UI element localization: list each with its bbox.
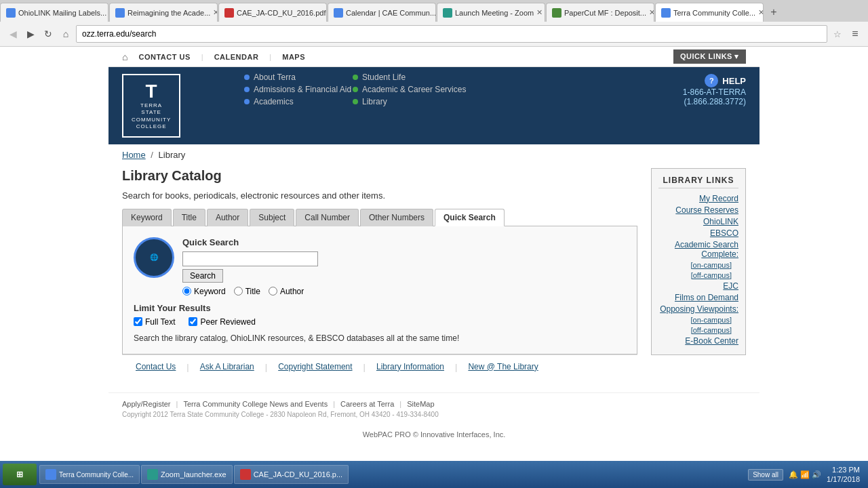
tab-quick-search[interactable]: Quick Search <box>435 209 505 226</box>
sidebar-ebook-center[interactable]: E-Book Center <box>658 336 738 346</box>
footer-copyright[interactable]: Copyright Statement <box>278 362 352 372</box>
radio-title-input[interactable] <box>234 287 243 296</box>
tab-favicon-7 <box>661 8 671 18</box>
copyright-text: Copyright 2012 Terra State Community Col… <box>122 411 746 418</box>
sidebar-course-reserves[interactable]: Course Reserves <box>658 205 738 215</box>
sidebar-academic-off-campus[interactable]: [off-campus] <box>658 271 738 279</box>
tab-7[interactable]: Terra Community Colle... ✕ <box>655 3 764 22</box>
new-tab-button[interactable]: + <box>764 3 783 22</box>
footer-sep2: | <box>265 362 267 372</box>
tab-other-numbers[interactable]: Other Numbers <box>360 209 433 226</box>
sidebar-my-record[interactable]: My Record <box>658 194 738 203</box>
tab-close-6[interactable]: ✕ <box>649 8 654 17</box>
nav-about[interactable]: About Terra <box>244 73 353 82</box>
tab-5[interactable]: Launch Meeting - Zoom ✕ <box>437 3 545 22</box>
radio-author[interactable]: Author <box>269 287 304 296</box>
nav-admissions[interactable]: Admissions & Financial Aid <box>244 85 353 94</box>
nav-dot-2 <box>244 87 250 92</box>
footer-news[interactable]: Terra Community College News and Events <box>183 400 328 408</box>
tab-2[interactable]: Reimagining the Acade... ✕ <box>109 3 218 22</box>
tab-3[interactable]: CAE_JA-CD_KU_2016.pdf ✕ <box>218 3 327 22</box>
search-input[interactable] <box>182 251 318 266</box>
maps-link[interactable]: MAPS <box>282 53 305 61</box>
footer-new-library[interactable]: New @ The Library <box>468 362 538 372</box>
checkbox-full-text-input[interactable] <box>134 317 142 326</box>
footer-sitemap[interactable]: SiteMap <box>407 400 434 408</box>
radio-title[interactable]: Title <box>234 287 260 296</box>
tab-keyword[interactable]: Keyword <box>122 209 172 226</box>
help-number2: (1.866.288.3772) <box>683 97 746 106</box>
radio-author-label: Author <box>280 287 304 296</box>
quick-links-label: QUICK LINKS ▾ <box>680 52 739 61</box>
sidebar-academic-on-campus[interactable]: [on-campus] <box>658 261 738 269</box>
sidebar-box: LIBRARY LINKS My Record Course Reserves … <box>651 168 746 355</box>
breadcrumb: Home / Library <box>108 144 760 165</box>
footer-careers[interactable]: Careers at Terra <box>340 400 394 408</box>
browser-menu-icon[interactable]: ≡ <box>848 26 863 41</box>
tab-favicon-4 <box>334 8 343 18</box>
search-box: 🌐 Quick Search Search Keyword <box>122 226 637 354</box>
tab-close-2[interactable]: ✕ <box>213 8 218 17</box>
footer-library-info[interactable]: Library Information <box>376 362 444 372</box>
checkbox-peer-reviewed-input[interactable] <box>189 317 197 326</box>
calendar-link[interactable]: CALENDAR <box>214 53 259 61</box>
footer-bsep1: | <box>176 400 178 408</box>
tab-title[interactable]: Title <box>173 209 205 226</box>
home-button[interactable]: ⌂ <box>58 26 73 41</box>
sidebar-ejc[interactable]: EJC <box>658 281 738 291</box>
footer-contact-us[interactable]: Contact Us <box>136 362 176 372</box>
address-input[interactable] <box>76 25 827 43</box>
sidebar-films-on-demand[interactable]: Films on Demand <box>658 293 738 302</box>
search-tabs: Keyword Title Author Subject Call Number… <box>122 209 637 226</box>
search-button[interactable]: Search <box>182 269 223 283</box>
checkbox-full-text[interactable]: Full Text <box>134 317 175 327</box>
tab-4[interactable]: Calendar | CAE Commun... ✕ <box>328 3 436 22</box>
nav-dot-6 <box>353 99 358 104</box>
tab-subject[interactable]: Subject <box>250 209 294 226</box>
nav-academics[interactable]: Academics <box>244 97 353 106</box>
bookmark-star-icon[interactable]: ☆ <box>830 26 845 41</box>
nav-academic-career[interactable]: Academic & Career Services <box>353 85 466 94</box>
nav-library[interactable]: Library <box>353 97 466 106</box>
nav-student-life[interactable]: Student Life <box>353 73 466 82</box>
footer-apply[interactable]: Apply/Register <box>122 400 171 408</box>
sidebar-opposing-off-campus[interactable]: [off-campus] <box>658 326 738 334</box>
back-button[interactable]: ◀ <box>5 26 20 41</box>
tab-label-4: Calendar | CAE Commun... <box>346 9 436 17</box>
tab-favicon-2 <box>115 8 125 18</box>
radio-keyword[interactable]: Keyword <box>182 287 226 296</box>
checkbox-peer-reviewed-label: Peer Reviewed <box>200 317 255 327</box>
tab-6[interactable]: PaperCut MF : Deposit... ✕ <box>546 3 654 22</box>
tab-close-7[interactable]: ✕ <box>758 8 764 17</box>
search-inner: 🌐 Quick Search Search Keyword <box>134 237 626 296</box>
contact-us-link[interactable]: CONTACT US <box>138 53 190 61</box>
breadcrumb-home[interactable]: Home <box>122 150 146 160</box>
checkbox-peer-reviewed[interactable]: Peer Reviewed <box>189 317 255 327</box>
footer-ask-librarian[interactable]: Ask A Librarian <box>200 362 254 372</box>
nav-dot-3 <box>244 99 250 104</box>
refresh-button[interactable]: ↻ <box>41 26 56 41</box>
tab-call-number[interactable]: Call Number <box>296 209 359 226</box>
sidebar-opposing-on-campus[interactable]: [on-campus] <box>658 316 738 324</box>
content-left: Library Catalog Search for books, period… <box>122 168 637 379</box>
tab-author[interactable]: Author <box>207 209 248 226</box>
tab-1[interactable]: OhioLINK Mailing Labels... ✕ <box>0 3 108 22</box>
tab-close-5[interactable]: ✕ <box>536 8 542 17</box>
sidebar-academic-search[interactable]: Academic Search Complete: <box>658 240 738 259</box>
sidebar-ohiolink[interactable]: OhioLINK <box>658 217 738 226</box>
sidebar-ebsco[interactable]: EBSCO <box>658 228 738 238</box>
checkbox-full-text-label: Full Text <box>145 317 175 327</box>
forward-button[interactable]: ▶ <box>23 26 38 41</box>
nav-col-2: Student Life Academic & Career Services … <box>353 73 466 139</box>
radio-keyword-input[interactable] <box>182 287 191 296</box>
tab-label-3: CAE_JA-CD_KU_2016.pdf <box>237 9 326 17</box>
tab-favicon-3 <box>224 8 234 18</box>
tab-label-1: OhioLINK Mailing Labels... <box>18 9 106 17</box>
nav-menu: About Terra Admissions & Financial Aid A… <box>231 67 669 144</box>
nav-library-label: Library <box>362 97 387 106</box>
search-logo-inner: 🌐 <box>150 253 158 261</box>
help-icon: ? <box>705 74 718 87</box>
sidebar-opposing-viewpoints[interactable]: Opposing Viewpoints: <box>658 304 738 314</box>
quick-links-button[interactable]: QUICK LINKS ▾ <box>673 49 746 64</box>
radio-author-input[interactable] <box>269 287 277 296</box>
